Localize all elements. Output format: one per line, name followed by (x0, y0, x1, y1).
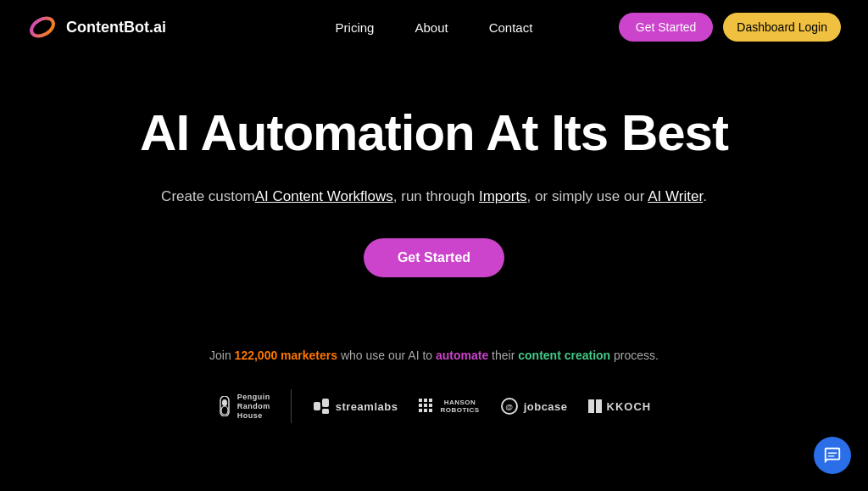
dashboard-login-button[interactable]: Dashboard Login (723, 13, 841, 42)
svg-text:@: @ (505, 403, 513, 411)
hero-section: AI Automation At Its Best Create customA… (0, 54, 868, 423)
social-proof: Join 122,000 marketers who use our AI to… (209, 349, 659, 362)
social-text3: their (488, 349, 518, 362)
penguin-icon (217, 396, 232, 416)
navbar: ContentBot.ai Pricing About Contact Get … (0, 0, 868, 54)
brand-divider-1 (291, 389, 292, 423)
social-text4: process. (610, 349, 659, 362)
svg-rect-11 (424, 404, 427, 407)
logo-text: ContentBot.ai (66, 19, 166, 36)
hero-subtitle-link1[interactable]: AI Content Workflows (255, 188, 393, 204)
hero-subtitle-text2: , run through (393, 188, 479, 204)
brand-penguin: PenguinRandomHouse (217, 393, 270, 420)
brand-hanson-label: HANSONROBOTICS (440, 399, 479, 415)
svg-point-2 (222, 399, 227, 406)
nav-get-started-button[interactable]: Get Started (619, 13, 714, 42)
brand-streamlabs-label: streamlabs (336, 400, 398, 413)
nav-about[interactable]: About (415, 20, 448, 35)
nav-actions: Get Started Dashboard Login (619, 13, 841, 42)
hero-get-started-button[interactable]: Get Started (364, 238, 504, 277)
svg-point-3 (221, 406, 228, 415)
jobcase-icon: @ (500, 397, 519, 416)
svg-rect-18 (588, 399, 594, 413)
svg-rect-19 (596, 399, 602, 413)
nav-pricing[interactable]: Pricing (336, 20, 375, 35)
brand-jobcase: @ jobcase (500, 397, 568, 416)
svg-rect-8 (424, 399, 427, 402)
hero-subtitle-text3: , or simply use our (527, 188, 648, 204)
brand-jobcase-label: jobcase (524, 400, 568, 413)
svg-rect-14 (424, 409, 427, 412)
brand-penguin-label: PenguinRandomHouse (237, 393, 270, 420)
social-highlight-marketers: 122,000 marketers (235, 349, 337, 362)
hero-subtitle-text4: . (703, 188, 707, 204)
svg-rect-9 (429, 399, 432, 402)
brand-hanson: HANSONROBOTICS (418, 398, 479, 415)
hanson-icon (418, 398, 435, 415)
brand-koch: KKOCH (588, 399, 652, 413)
social-highlight-automate: automate (436, 349, 488, 362)
brand-streamlabs: streamlabs (312, 397, 398, 416)
social-text2: who use our AI to (337, 349, 436, 362)
logo-icon (27, 12, 58, 42)
brand-logos: PenguinRandomHouse streamlabs (132, 389, 736, 423)
social-text1: Join (209, 349, 235, 362)
streamlabs-icon (312, 397, 331, 416)
social-highlight-content: content creation (518, 349, 610, 362)
svg-rect-7 (419, 399, 422, 402)
svg-rect-5 (322, 399, 329, 407)
svg-rect-15 (429, 409, 432, 412)
hero-subtitle-link2[interactable]: Imports (479, 188, 527, 204)
svg-rect-4 (314, 402, 320, 410)
hero-subtitle-text1: Create custom (161, 188, 255, 204)
hero-subtitle-link3[interactable]: AI Writer (648, 188, 703, 204)
logo-link[interactable]: ContentBot.ai (27, 12, 166, 42)
svg-point-0 (28, 14, 56, 40)
chat-icon (823, 446, 842, 465)
nav-contact[interactable]: Contact (489, 20, 533, 35)
svg-rect-6 (322, 409, 329, 414)
hero-subtitle: Create customAI Content Workflows, run t… (161, 185, 707, 208)
chat-support-button[interactable] (814, 437, 851, 474)
brand-koch-label: KKOCH (607, 400, 652, 413)
hero-title: AI Automation At Its Best (140, 105, 728, 161)
koch-icon (588, 399, 602, 413)
svg-rect-10 (419, 404, 422, 407)
nav-links: Pricing About Contact (336, 20, 533, 35)
svg-rect-12 (429, 404, 432, 407)
svg-rect-13 (419, 409, 422, 412)
